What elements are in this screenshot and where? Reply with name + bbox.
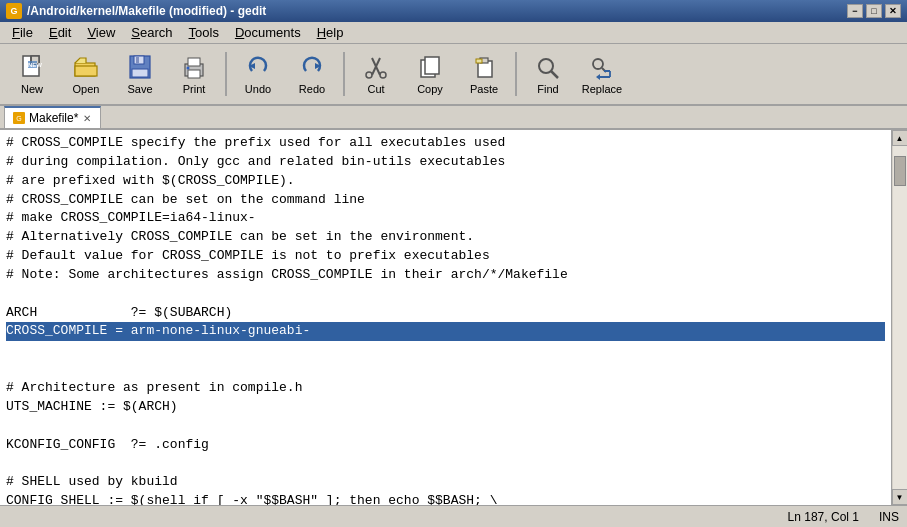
new-button[interactable]: NEW New: [6, 47, 58, 101]
close-button[interactable]: ✕: [885, 4, 901, 18]
save-icon: [126, 53, 154, 81]
status-bar: Ln 187, Col 1 INS: [0, 505, 907, 527]
menu-search[interactable]: Search: [123, 23, 180, 42]
toolbar: NEW New Open Save: [0, 44, 907, 106]
new-label: New: [21, 83, 43, 95]
insert-mode: INS: [879, 510, 899, 524]
copy-label: Copy: [417, 83, 443, 95]
print-icon: [180, 53, 208, 81]
menu-documents[interactable]: Documents: [227, 23, 309, 42]
separator-3: [515, 52, 517, 96]
separator-2: [343, 52, 345, 96]
menu-bar: File Edit View Search Tools Documents He…: [0, 22, 907, 44]
tab-close-button[interactable]: ✕: [82, 113, 92, 124]
svg-point-18: [366, 72, 372, 78]
scrollbar[interactable]: ▲ ▼: [891, 130, 907, 505]
title-bar: G /Android/kernel/Makefile (modified) - …: [0, 0, 907, 22]
cut-icon: [362, 53, 390, 81]
svg-rect-21: [425, 57, 439, 74]
scroll-down-button[interactable]: ▼: [892, 489, 908, 505]
menu-tools[interactable]: Tools: [181, 23, 227, 42]
window-title: /Android/kernel/Makefile (modified) - ge…: [27, 4, 266, 18]
open-button[interactable]: Open: [60, 47, 112, 101]
svg-text:NEW: NEW: [28, 62, 42, 68]
find-button[interactable]: Find: [522, 47, 574, 101]
scroll-up-button[interactable]: ▲: [892, 130, 908, 146]
svg-rect-5: [75, 66, 97, 76]
print-button[interactable]: Print: [168, 47, 220, 101]
tab-file-icon: G: [13, 112, 25, 124]
svg-rect-11: [188, 58, 200, 66]
maximize-button[interactable]: □: [866, 4, 882, 18]
save-button[interactable]: Save: [114, 47, 166, 101]
paste-icon: [470, 53, 498, 81]
paste-label: Paste: [470, 83, 498, 95]
cut-button[interactable]: Cut: [350, 47, 402, 101]
editor-line: # CROSS_COMPILE specify the prefix used …: [6, 135, 568, 320]
redo-icon: [298, 53, 326, 81]
editor-content[interactable]: # CROSS_COMPILE specify the prefix used …: [0, 130, 891, 505]
redo-button[interactable]: Redo: [286, 47, 338, 101]
separator-1: [225, 52, 227, 96]
find-icon: [534, 53, 562, 81]
window-controls[interactable]: − □ ✕: [847, 4, 901, 18]
svg-point-27: [593, 59, 603, 69]
cut-label: Cut: [367, 83, 384, 95]
tab-makefile[interactable]: G Makefile* ✕: [4, 106, 101, 128]
scrollbar-thumb[interactable]: [894, 156, 906, 186]
svg-point-25: [539, 59, 553, 73]
find-label: Find: [537, 83, 558, 95]
editor-line-after: # Architecture as present in compile.h U…: [6, 380, 505, 505]
undo-label: Undo: [245, 83, 271, 95]
copy-button[interactable]: Copy: [404, 47, 456, 101]
menu-help[interactable]: Help: [309, 23, 352, 42]
minimize-button[interactable]: −: [847, 4, 863, 18]
new-icon: NEW: [18, 53, 46, 81]
replace-label: Replace: [582, 83, 622, 95]
replace-icon: [588, 53, 616, 81]
highlighted-line: CROSS_COMPILE = arm-none-linux-gnueabi-: [6, 322, 885, 341]
svg-rect-12: [188, 70, 200, 78]
undo-button[interactable]: Undo: [232, 47, 284, 101]
print-label: Print: [183, 83, 206, 95]
editor-container: # CROSS_COMPILE specify the prefix used …: [0, 130, 907, 505]
svg-line-26: [551, 71, 558, 78]
app-icon: G: [6, 3, 22, 19]
scrollbar-track[interactable]: [893, 146, 907, 489]
svg-marker-29: [596, 74, 600, 80]
undo-icon: [244, 53, 272, 81]
save-label: Save: [127, 83, 152, 95]
paste-button[interactable]: Paste: [458, 47, 510, 101]
redo-label: Redo: [299, 83, 325, 95]
svg-point-13: [187, 67, 190, 70]
replace-button[interactable]: Replace: [576, 47, 628, 101]
menu-view[interactable]: View: [79, 23, 123, 42]
open-icon: [72, 53, 100, 81]
status-right: Ln 187, Col 1 INS: [788, 510, 899, 524]
svg-rect-8: [136, 57, 139, 63]
svg-rect-9: [132, 69, 148, 77]
title-bar-left: G /Android/kernel/Makefile (modified) - …: [6, 3, 266, 19]
svg-point-19: [380, 72, 386, 78]
cursor-position: Ln 187, Col 1: [788, 510, 859, 524]
tab-bar: G Makefile* ✕: [0, 106, 907, 130]
menu-file[interactable]: File: [4, 23, 41, 42]
menu-edit[interactable]: Edit: [41, 23, 79, 42]
open-label: Open: [73, 83, 100, 95]
tab-label: Makefile*: [29, 111, 78, 125]
svg-rect-24: [476, 59, 482, 63]
copy-icon: [416, 53, 444, 81]
